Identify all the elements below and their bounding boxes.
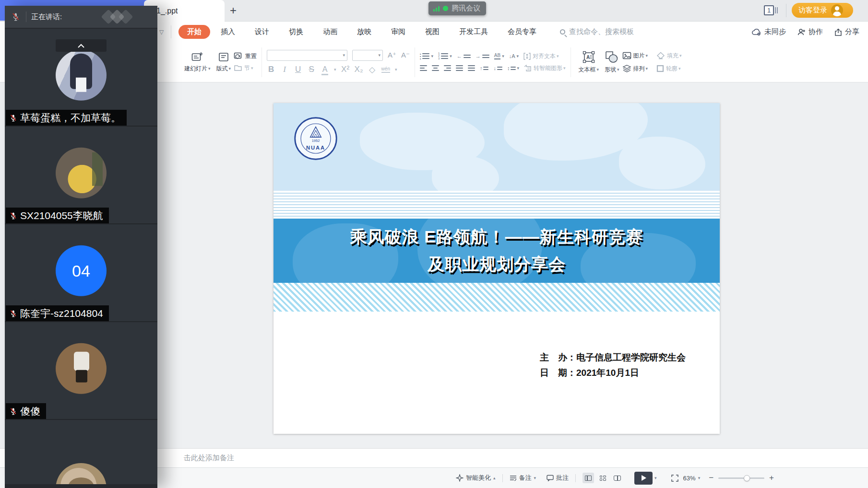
slide-sorter-view-button[interactable]	[597, 473, 608, 483]
slide-title-band[interactable]: 乘风破浪 E路领航！——新生科研竞赛 及职业规划分享会	[273, 219, 720, 283]
align-text-button[interactable]: 对齐文本▾	[523, 52, 559, 60]
distribute-button[interactable]	[468, 65, 475, 71]
sync-status-button[interactable]: 未同步	[752, 27, 786, 36]
align-left-button[interactable]	[420, 65, 427, 71]
character-spacing-button[interactable]: AB▾	[494, 53, 504, 59]
avatar-photo-dog	[56, 463, 107, 484]
grow-font-button[interactable]: A⁺	[388, 51, 396, 59]
reading-view-button[interactable]	[611, 473, 623, 483]
mic-muted-icon	[10, 310, 17, 317]
tab-insert[interactable]: 插入	[221, 25, 235, 39]
participant-tile[interactable]: 草莓蛋糕，不加草莓。	[5, 29, 157, 127]
tab-view[interactable]: 视图	[425, 25, 440, 39]
zoom-out-button[interactable]: −	[707, 473, 715, 483]
align-right-button[interactable]	[444, 65, 451, 71]
textbox-button[interactable]: A 文本框▾	[576, 51, 602, 74]
command-search-box[interactable]: 查找命令、搜索模板	[560, 27, 634, 36]
line-spacing-button[interactable]: ↕▾	[507, 66, 519, 71]
zoom-slider[interactable]	[718, 477, 764, 479]
superscript-button[interactable]: X²	[341, 65, 350, 74]
new-tab-button[interactable]: +	[225, 2, 242, 19]
font-color-button[interactable]: A	[321, 65, 329, 74]
shapes-button[interactable]: 形状▾	[602, 51, 622, 74]
tencent-meeting-watermark-icon	[103, 10, 137, 24]
strikethrough-button[interactable]: S	[307, 65, 316, 74]
tab-membership[interactable]: 会员专享	[508, 25, 536, 39]
window-count-badge[interactable]: 1	[764, 5, 778, 15]
ribbon-collapse-icon[interactable]: ▽	[159, 29, 164, 35]
participant-tile[interactable]: SX2104055李晓航	[5, 127, 157, 224]
bullet-list-button[interactable]: ••• ▾	[420, 53, 433, 60]
italic-button[interactable]: I	[280, 65, 289, 74]
new-slide-icon	[191, 52, 203, 62]
play-options-chevron-icon[interactable]: ▾	[654, 476, 657, 480]
arrange-icon	[622, 65, 631, 72]
speaking-label: 正在讲话:	[31, 12, 62, 22]
align-center-button[interactable]	[432, 65, 439, 71]
participant-name-label: 陈奎宇-sz2104804	[6, 305, 109, 321]
notes-button[interactable]: 备注 ▾	[510, 474, 536, 482]
collaborate-button[interactable]: 协作	[797, 27, 823, 36]
section-button[interactable]: 节▾	[234, 64, 257, 72]
shrink-font-button[interactable]: A⁻	[401, 51, 410, 59]
outline-button[interactable]: 轮廓▾	[656, 65, 681, 73]
zoom-in-button[interactable]: +	[767, 473, 776, 483]
share-button[interactable]: 分享	[834, 27, 859, 36]
participant-tile[interactable]: 傻傻	[5, 322, 157, 420]
collapse-panel-button[interactable]	[56, 39, 107, 52]
zoom-level-button[interactable]: 63% ▾	[683, 475, 701, 482]
participant-tile[interactable]: 04 陈奎宇-sz2104804	[5, 224, 157, 322]
comment-icon	[547, 475, 554, 481]
line-spacing-down-button[interactable]: ↓	[493, 66, 502, 71]
chevron-down-icon: ▾	[534, 476, 536, 480]
guest-login-button[interactable]: 访客登录	[792, 3, 853, 18]
font-size-combo[interactable]: ▾	[352, 50, 383, 61]
subscript-button[interactable]: X₂	[355, 65, 363, 74]
zoom-slider-handle[interactable]	[744, 475, 750, 481]
normal-view-button[interactable]	[583, 473, 594, 483]
pinyin-guide-button[interactable]: wén	[381, 66, 390, 73]
tab-transition[interactable]: 切换	[289, 25, 303, 39]
picture-button[interactable]: 图片▾	[622, 52, 648, 60]
align-text-icon	[523, 53, 531, 60]
titlebar-divider	[786, 4, 786, 17]
play-slideshow-button[interactable]	[634, 472, 653, 485]
font-name-combo[interactable]: ▾	[267, 50, 347, 61]
shapes-icon	[605, 51, 618, 63]
section-icon	[234, 65, 242, 71]
line-spacing-up-button[interactable]: ↑	[480, 66, 489, 71]
tab-devtools[interactable]: 开发工具	[459, 25, 488, 39]
justify-button[interactable]	[456, 65, 463, 71]
tab-design[interactable]: 设计	[255, 25, 269, 39]
text-direction-button[interactable]: ↓A▾	[509, 53, 519, 59]
tencent-meeting-floating-bar[interactable]: 腾讯会议	[428, 1, 486, 15]
tab-slideshow[interactable]: 放映	[357, 25, 371, 39]
numbered-list-button[interactable]: 123 ▾	[438, 52, 452, 60]
logo-text: NUAA	[306, 145, 325, 151]
bold-button[interactable]: B	[267, 65, 275, 74]
fill-button[interactable]: 填充▾	[656, 52, 682, 60]
underline-button[interactable]: U	[294, 65, 302, 74]
tab-home[interactable]: 开始	[178, 25, 210, 39]
slide[interactable]: 1952 NUAA 乘风破浪 E路领航！——新生科研竞赛 及职业规划分享会 主 …	[273, 103, 720, 434]
fit-slide-button[interactable]	[671, 475, 678, 482]
decrease-indent-button[interactable]: ←	[457, 54, 471, 59]
new-slide-button[interactable]: 建幻灯片▾	[181, 52, 214, 73]
comments-button[interactable]: 批注	[547, 474, 569, 482]
participant-tile[interactable]	[5, 420, 157, 484]
layout-button[interactable]: 版式▾	[214, 52, 234, 73]
mic-muted-icon[interactable]	[5, 12, 26, 21]
format-eraser-button[interactable]: ◇	[368, 65, 377, 75]
mic-active-dot-icon	[443, 6, 448, 11]
slide-host-date-text[interactable]: 主 办：电子信息工程学院研究生会 日 期：2021年10月1日	[540, 350, 686, 381]
reset-button[interactable]: 重置	[234, 52, 257, 60]
smart-beautify-button[interactable]: 智能美化 ▴	[456, 474, 496, 482]
meeting-panel-header[interactable]: 正在讲话:	[5, 6, 157, 28]
tab-review[interactable]: 审阅	[391, 25, 405, 39]
chevron-up-icon: ▴	[493, 476, 496, 480]
convert-to-smartart-button[interactable]: 转智能图形▾	[524, 64, 566, 72]
slide-top-map-area: 1952 NUAA	[273, 103, 720, 191]
arrange-button[interactable]: 排列▾	[622, 65, 648, 73]
tab-animation[interactable]: 动画	[323, 25, 337, 39]
increase-indent-button[interactable]: →	[476, 54, 489, 59]
